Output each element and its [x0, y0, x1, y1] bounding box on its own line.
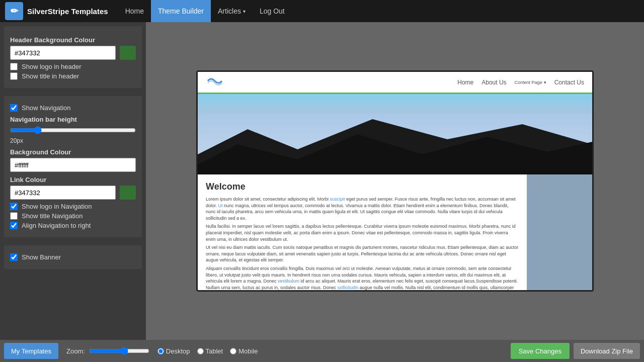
bg-colour-row: [10, 158, 136, 172]
articles-dropdown-arrow: ▾: [243, 9, 246, 14]
show-title-header-checkbox[interactable]: [10, 72, 18, 80]
bg-colour-label: Background Colour: [10, 148, 136, 156]
show-title-header-row: Show title in header: [10, 72, 136, 80]
header-color-label: Header Background Colour: [10, 36, 136, 44]
align-nav-checkbox[interactable]: [10, 222, 18, 229]
show-logo-nav-label: Show logo in Navigation: [22, 203, 92, 210]
banner-section: Show Banner: [4, 245, 142, 269]
preview-logo: [206, 75, 224, 89]
link-colour-swatch[interactable]: [120, 186, 136, 200]
preview-frame: Home About Us Content Page ▾ Contact Us: [196, 70, 594, 292]
show-logo-header-row: Show logo in header: [10, 63, 136, 70]
preview-nav-home: Home: [457, 79, 473, 86]
show-logo-nav-row: Show logo in Navigation: [10, 203, 136, 210]
preview-website-header: Home About Us Content Page ▾ Contact Us: [198, 72, 592, 94]
nav-home[interactable]: Home: [118, 0, 151, 22]
preview-area: Home About Us Content Page ▾ Contact Us: [146, 22, 644, 340]
nav-height-slider-container: 20px: [10, 126, 136, 144]
show-logo-nav-checkbox[interactable]: [10, 203, 18, 210]
show-nav-label: Show Navigation: [22, 104, 71, 112]
brand-name: SilverStripe Templates: [27, 7, 108, 16]
desktop-option[interactable]: Desktop: [157, 347, 190, 355]
preview-content: Welcome Lorem ipsum dolor sit amet, cons…: [198, 174, 592, 290]
download-zip-button[interactable]: Download Zip File: [574, 343, 640, 359]
show-logo-header-checkbox[interactable]: [10, 63, 18, 70]
link-colour-input[interactable]: [10, 186, 116, 200]
view-options: Desktop Tablet Mobile: [157, 347, 258, 355]
show-banner-row: Show Banner: [10, 253, 136, 261]
header-color-input[interactable]: [10, 46, 116, 60]
preview-hero: [198, 94, 592, 174]
mobile-option[interactable]: Mobile: [230, 347, 258, 355]
save-changes-button[interactable]: Save Changes: [511, 343, 570, 359]
zoom-label: Zoom:: [66, 347, 85, 355]
header-section: Header Background Colour Show logo in he…: [4, 26, 142, 88]
show-banner-label: Show Banner: [22, 253, 61, 261]
nav-height-slider[interactable]: [10, 126, 136, 134]
link-colour-label: Link Colour: [10, 176, 136, 184]
show-logo-header-label: Show logo in header: [22, 63, 82, 70]
bottom-bar: My Templates Zoom: Desktop Tablet Mobile…: [0, 340, 644, 362]
mobile-label: Mobile: [238, 347, 258, 355]
mobile-radio[interactable]: [230, 348, 236, 354]
preview-nav-contact: Contact Us: [554, 79, 584, 86]
header-color-row: [10, 46, 136, 60]
preview-welcome-title: Welcome: [206, 182, 519, 192]
nav-articles[interactable]: Articles ▾: [211, 0, 253, 22]
desktop-radio[interactable]: [157, 348, 164, 354]
show-nav-row: Show Navigation: [10, 104, 136, 112]
preview-paragraph1: Lorem ipsum dolor sit amet, consectetur …: [206, 196, 519, 221]
preview-main-content: Welcome Lorem ipsum dolor sit amet, cons…: [198, 174, 527, 290]
preview-sidebar-right: [527, 174, 592, 290]
tablet-radio[interactable]: [197, 348, 204, 354]
preview-paragraph4: Aliquam convallis tincidunt eros convall…: [206, 265, 519, 290]
show-title-nav-label: Show title Navigation: [22, 212, 83, 220]
preview-paragraph2: Nulla facilisi. In semper lacus vel lore…: [206, 223, 519, 242]
nav-height-value: 20px: [10, 137, 136, 144]
show-title-nav-row: Show title Navigation: [10, 212, 136, 220]
preview-nav: Home About Us Content Page ▾ Contact Us: [457, 79, 584, 86]
nav-links: Home Theme Builder Articles ▾ Log Out: [118, 0, 292, 22]
top-navigation: ✏ SilverStripe Templates Home Theme Buil…: [0, 0, 644, 22]
preview-nav-content: Content Page ▾: [515, 80, 546, 85]
desktop-label: Desktop: [166, 347, 190, 355]
nav-theme-builder[interactable]: Theme Builder: [151, 0, 211, 22]
preview-nav-about: About Us: [481, 79, 506, 86]
my-templates-button[interactable]: My Templates: [4, 343, 58, 359]
show-title-header-label: Show title in header: [22, 72, 79, 80]
link-colour-row: [10, 186, 136, 200]
tablet-option[interactable]: Tablet: [197, 347, 223, 355]
tablet-label: Tablet: [206, 347, 223, 355]
nav-logout[interactable]: Log Out: [253, 0, 292, 22]
sidebar: Header Background Colour Show logo in he…: [0, 22, 146, 340]
main-area: Header Background Colour Show logo in he…: [0, 22, 644, 340]
align-nav-row: Align Navigation to right: [10, 222, 136, 229]
zoom-slider[interactable]: [89, 347, 149, 355]
show-title-nav-checkbox[interactable]: [10, 212, 18, 220]
nav-height-label: Navigation bar height: [10, 116, 136, 123]
preview-paragraph3: Ut vel nisi eu diam mattis iaculis. Cum …: [206, 244, 519, 263]
show-banner-checkbox[interactable]: [10, 253, 18, 261]
brand-icon: ✏: [5, 2, 23, 20]
align-nav-label: Align Navigation to right: [22, 222, 91, 229]
navigation-section: Show Navigation Navigation bar height 20…: [4, 96, 142, 237]
show-nav-checkbox[interactable]: [10, 104, 18, 112]
brand: ✏ SilverStripe Templates: [5, 2, 108, 20]
bg-colour-input[interactable]: [10, 158, 136, 172]
header-color-swatch[interactable]: [120, 46, 136, 60]
